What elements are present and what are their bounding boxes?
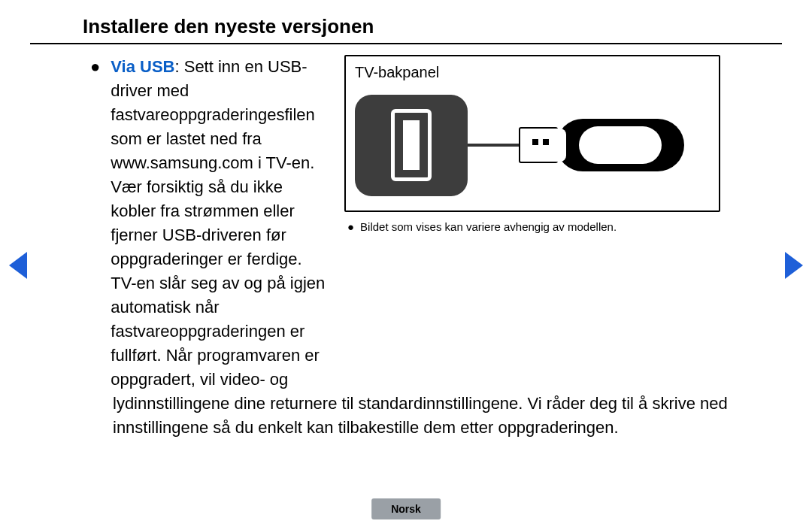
text-column: ● Via USB: Sett inn en USB-driver med fa… (30, 55, 331, 392)
prev-page-arrow-icon[interactable] (9, 252, 27, 279)
caption-bullet-icon: ● (347, 220, 354, 235)
usb-connector-icon (519, 127, 558, 163)
bullet-item: ● Via USB: Sett inn en USB-driver med fa… (113, 55, 331, 392)
content-row: ● Via USB: Sett inn en USB-driver med fa… (30, 55, 782, 392)
figure-caption: Bildet som vises kan variere avhengig av… (360, 220, 617, 235)
bullet-dot-icon: ● (90, 55, 100, 79)
usb-port-outline-icon (391, 109, 432, 181)
body-text-lower: lydinnstillingene dine returnere til sta… (30, 392, 782, 440)
figure-column: TV-bakpanel (344, 55, 720, 235)
usb-highlight: Via USB (111, 57, 174, 76)
figure-box: TV-bakpanel (344, 55, 720, 212)
body-part1: : Sett inn en USB-driver med fastvareopp… (111, 57, 325, 389)
usb-drive-icon (519, 119, 684, 171)
figure-caption-row: ● Bildet som vises kan variere avhengig … (344, 220, 720, 235)
page-title: Installere den nyeste versjonen (30, 15, 782, 44)
connection-line-icon (468, 144, 519, 147)
tv-usb-port-icon (355, 95, 468, 196)
figure-label: TV-bakpanel (355, 64, 710, 81)
body-text-upper: Via USB: Sett inn en USB-driver med fast… (111, 55, 331, 392)
next-page-arrow-icon[interactable] (785, 252, 803, 279)
usb-port-slot-icon (403, 120, 420, 170)
manual-page: Installere den nyeste versjonen ● Via US… (0, 0, 812, 530)
usb-body-icon (556, 119, 684, 171)
usb-illustration (355, 89, 710, 201)
language-badge: Norsk (371, 498, 441, 519)
